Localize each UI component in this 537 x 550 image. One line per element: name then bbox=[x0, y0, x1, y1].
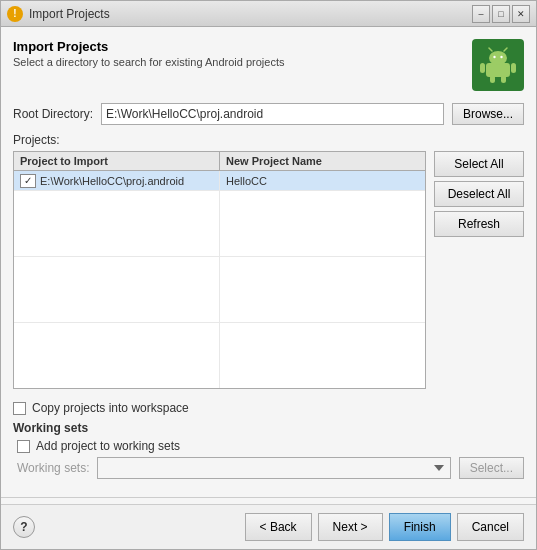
projects-section: Projects: Project to Import New Project … bbox=[13, 133, 524, 389]
side-buttons: Select All Deselect All Refresh bbox=[434, 151, 524, 389]
working-sets-title: Working sets bbox=[13, 421, 524, 435]
svg-rect-9 bbox=[501, 75, 506, 83]
browse-button[interactable]: Browse... bbox=[452, 103, 524, 125]
add-to-working-sets-row: Add project to working sets bbox=[13, 439, 524, 453]
dialog-title: Import Projects bbox=[13, 39, 284, 54]
svg-rect-0 bbox=[486, 63, 510, 77]
project-name-cell: HelloCC bbox=[220, 171, 425, 190]
projects-area: Project to Import New Project Name E:\Wo… bbox=[13, 151, 524, 389]
col-project-to-import: Project to Import bbox=[14, 152, 220, 170]
back-button[interactable]: < Back bbox=[245, 513, 312, 541]
dialog-subtitle: Select a directory to search for existin… bbox=[13, 56, 284, 68]
next-button[interactable]: Next > bbox=[318, 513, 383, 541]
close-button[interactable]: ✕ bbox=[512, 5, 530, 23]
copy-row: Copy projects into workspace bbox=[13, 401, 524, 415]
svg-point-1 bbox=[489, 51, 507, 65]
copy-label: Copy projects into workspace bbox=[32, 401, 189, 415]
select-all-button[interactable]: Select All bbox=[434, 151, 524, 177]
footer-divider bbox=[1, 497, 536, 498]
bottom-section: Copy projects into workspace Working set… bbox=[13, 397, 524, 479]
copy-checkbox[interactable] bbox=[13, 402, 26, 415]
working-sets-section: Working sets Add project to working sets… bbox=[13, 421, 524, 479]
import-projects-window: ! Import Projects – □ ✕ Import Projects … bbox=[0, 0, 537, 550]
root-dir-row: Root Directory: Browse... bbox=[13, 103, 524, 125]
working-sets-select-row: Working sets: Select... bbox=[13, 457, 524, 479]
dialog-content: Import Projects Select a directory to se… bbox=[1, 27, 536, 491]
maximize-button[interactable]: □ bbox=[492, 5, 510, 23]
working-sets-select-button[interactable]: Select... bbox=[459, 457, 524, 479]
root-dir-input[interactable] bbox=[101, 103, 444, 125]
project-path: E:\Work\HelloCC\proj.android bbox=[40, 175, 184, 187]
deselect-all-button[interactable]: Deselect All bbox=[434, 181, 524, 207]
working-sets-dropdown[interactable] bbox=[97, 457, 450, 479]
svg-point-3 bbox=[500, 56, 502, 58]
title-bar-title: Import Projects bbox=[29, 7, 110, 21]
project-name: HelloCC bbox=[226, 175, 267, 187]
title-bar-left: ! Import Projects bbox=[7, 6, 110, 22]
footer-left: ? bbox=[13, 516, 35, 538]
root-dir-label: Root Directory: bbox=[13, 107, 93, 121]
header-section: Import Projects Select a directory to se… bbox=[13, 39, 524, 91]
svg-rect-7 bbox=[511, 63, 516, 73]
warning-icon: ! bbox=[7, 6, 23, 22]
cancel-button[interactable]: Cancel bbox=[457, 513, 524, 541]
minimize-button[interactable]: – bbox=[472, 5, 490, 23]
help-button[interactable]: ? bbox=[13, 516, 35, 538]
col-new-project-name: New Project Name bbox=[220, 152, 425, 170]
android-logo bbox=[472, 39, 524, 91]
footer: ? < Back Next > Finish Cancel bbox=[1, 504, 536, 549]
svg-point-2 bbox=[493, 56, 495, 58]
table-body: E:\Work\HelloCC\proj.android HelloCC bbox=[14, 171, 425, 388]
projects-table: Project to Import New Project Name E:\Wo… bbox=[13, 151, 426, 389]
add-working-sets-label: Add project to working sets bbox=[36, 439, 180, 453]
title-bar-controls: – □ ✕ bbox=[472, 5, 530, 23]
add-working-sets-checkbox[interactable] bbox=[17, 440, 30, 453]
title-bar: ! Import Projects – □ ✕ bbox=[1, 1, 536, 27]
table-row-empty-3 bbox=[14, 323, 425, 388]
svg-rect-6 bbox=[480, 63, 485, 73]
svg-line-5 bbox=[504, 48, 507, 51]
footer-right: < Back Next > Finish Cancel bbox=[245, 513, 524, 541]
refresh-button[interactable]: Refresh bbox=[434, 211, 524, 237]
table-row[interactable]: E:\Work\HelloCC\proj.android HelloCC bbox=[14, 171, 425, 191]
table-header: Project to Import New Project Name bbox=[14, 152, 425, 171]
working-sets-select-label: Working sets: bbox=[17, 461, 89, 475]
row-checkbox[interactable] bbox=[20, 174, 36, 188]
android-icon bbox=[478, 45, 518, 85]
table-row-empty-1 bbox=[14, 191, 425, 257]
finish-button[interactable]: Finish bbox=[389, 513, 451, 541]
projects-label: Projects: bbox=[13, 133, 524, 147]
header-text: Import Projects Select a directory to se… bbox=[13, 39, 284, 68]
svg-line-4 bbox=[489, 48, 492, 51]
svg-rect-8 bbox=[490, 75, 495, 83]
project-import-cell: E:\Work\HelloCC\proj.android bbox=[14, 171, 220, 190]
table-row-empty-2 bbox=[14, 257, 425, 323]
